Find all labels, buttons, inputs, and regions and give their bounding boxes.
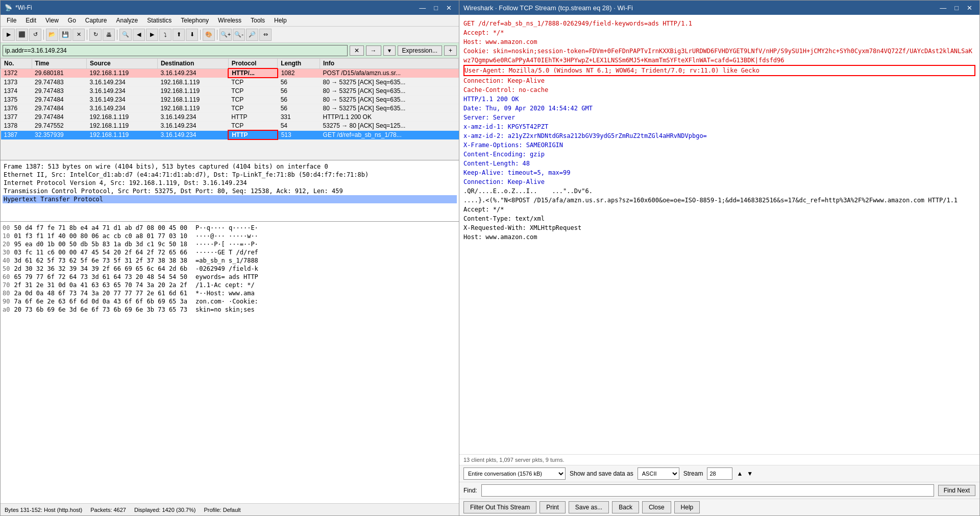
stream-maximize-button[interactable]: □ [951,3,962,13]
hex-offset: 00 [3,224,10,232]
conversation-select[interactable]: Entire conversation (1576 kB)Client to s… [463,467,566,480]
zoom-out-button[interactable]: 🔍- [233,29,245,41]
status-bar: Bytes 131-152: Host (http.host) Packets:… [1,503,459,515]
detail-line[interactable]: Internet Protocol Version 4, Src: 192.16… [3,179,457,187]
stop-capture-button[interactable]: ⬛ [16,29,28,41]
table-row[interactable]: 138732.357939192.168.1.1193.16.149.234HT… [1,130,459,139]
help-button[interactable]: Help [674,501,700,513]
go-forward-button[interactable]: ▶ [146,29,158,41]
detail-line[interactable]: Frame 1387: 513 bytes on wire (4104 bits… [3,162,457,171]
detail-line[interactable]: Transmission Control Protocol, Src Port:… [3,187,457,195]
hex-ascii: =ab_sb_n s_1/7888 [195,256,258,265]
menu-telephony[interactable]: Telephony [177,16,213,25]
filter-apply-button[interactable]: → [366,45,381,56]
menu-tools[interactable]: Tools [247,16,269,25]
menu-analyze[interactable]: Analyze [112,16,142,25]
col-info[interactable]: Info [320,59,459,69]
find-input[interactable] [481,484,934,497]
find-button[interactable]: 🔍 [119,29,132,41]
filter-add-button[interactable]: + [444,45,457,56]
stream-number-input[interactable] [707,467,732,480]
go-back-button[interactable]: ◀ [133,29,145,41]
menu-go[interactable]: Go [64,16,80,25]
restart-capture-button[interactable]: ↺ [29,29,41,41]
close-stream-button[interactable]: Close [642,501,671,513]
open-button[interactable]: 📂 [46,29,58,41]
print-button[interactable]: Print [540,501,566,513]
menu-capture[interactable]: Capture [81,16,111,25]
hex-bytes: 20 73 6b 69 6e 3d 6e 6f 73 6b 69 6e 3b 7… [14,306,187,314]
go-first-button[interactable]: ⬆ [173,29,185,41]
maximize-button[interactable]: □ [431,3,441,13]
hex-offset: 80 [3,289,10,297]
menu-wireless[interactable]: Wireless [214,16,246,25]
zoom-reset-button[interactable]: 🔎 [246,29,258,41]
status-profile: Profile: Default [204,507,240,513]
status-packets: Packets: 4627 [90,507,126,513]
resize-columns-button[interactable]: ⇔ [259,29,272,41]
filter-input[interactable]: ip.addr==3.16.149.234 [3,45,348,56]
find-next-button[interactable]: Find Next [938,485,975,496]
zoom-in-button[interactable]: 🔍+ [219,29,232,41]
filter-dropdown-button[interactable]: ▾ [383,45,396,56]
hex-bytes: 3d 61 62 5f 73 62 5f 6e 73 5f 31 2f 37 3… [14,256,187,265]
menu-help[interactable]: Help [270,16,291,25]
stream-line: Content-Encoding: gzip [463,150,975,159]
go-last-button[interactable]: ⬇ [186,29,198,41]
detail-line[interactable]: Hypertext Transfer Protocol [3,195,457,203]
col-time[interactable]: Time [32,59,87,69]
hex-offset: 30 [3,248,10,256]
hex-ascii: ······GE T /d/ref [195,248,258,256]
col-protocol[interactable]: Protocol [228,59,277,69]
table-row[interactable]: 137529.7474843.16.149.234192.168.1.119TC… [1,96,459,104]
hex-offset: 50 [3,265,10,273]
detail-line[interactable]: Ethernet II, Src: IntelCor_d1:ab:d7 (e4:… [3,171,457,179]
save-as-button[interactable]: Save as... [569,501,609,513]
table-row[interactable]: 137429.7474833.16.149.234192.168.1.119TC… [1,87,459,96]
menu-view[interactable]: View [41,16,63,25]
packet-list[interactable]: No. Time Source Destination Protocol Len… [1,58,459,160]
hex-row: 2095 ea d0 1b 00 50 db 5b 83 1a db 3d c1… [3,240,457,248]
go-to-button[interactable]: ⤵ [159,29,172,41]
menu-statistics[interactable]: Statistics [143,16,176,25]
menu-edit[interactable]: Edit [21,16,40,25]
hex-ascii: zon.com· ·Cookie: [195,297,258,306]
stream-line: X-Frame-Options: SAMEORIGIN [463,140,975,150]
hex-bytes: 50 d4 f7 fe 71 8b e4 a4 71 d1 ab d7 08 0… [14,224,187,232]
col-no[interactable]: No. [1,59,32,69]
reload-button[interactable]: ↻ [89,29,102,41]
toolbar-separator-4 [200,30,201,40]
stream-line: Connection: Keep-Alive [463,76,975,85]
stream-close-button[interactable]: ✕ [964,3,975,13]
colorize-button[interactable]: 🎨 [203,29,215,41]
table-row[interactable]: 137729.747484192.168.1.1193.16.149.234HT… [1,113,459,122]
stream-line: Cache-Control: no-cache [463,85,975,95]
hex-bytes: 95 ea d0 1b 00 50 db 5b 83 1a db 3d c1 9… [14,240,187,248]
table-row[interactable]: 137329.7474833.16.149.234192.168.1.119TC… [1,78,459,87]
close-button[interactable]: ✕ [443,3,455,13]
save-button[interactable]: 💾 [59,29,71,41]
col-source[interactable]: Source [87,59,158,69]
main-window-title: *Wi-Fi [15,4,32,11]
start-capture-button[interactable]: ▶ [3,29,15,41]
table-row[interactable]: 137629.7474843.16.149.234192.168.1.119TC… [1,104,459,113]
col-length[interactable]: Length [278,59,320,69]
filter-clear-button[interactable]: ✕ [350,45,364,56]
close-file-button[interactable]: ✕ [72,29,85,41]
data-format-select[interactable]: ASCIIHex DumpC ArraysRawYAML [638,467,679,480]
minimize-button[interactable]: — [416,3,429,13]
packet-detail-panel: Frame 1387: 513 bytes on wire (4104 bits… [1,160,459,222]
back-button[interactable]: Back [612,501,639,513]
stream-minimize-button[interactable]: — [937,3,949,13]
table-row[interactable]: 137829.747552192.168.1.1193.16.149.234TC… [1,122,459,131]
toolbar-separator-1 [43,30,44,40]
stream-spinner-down[interactable]: ▼ [747,470,753,477]
menu-file[interactable]: File [3,16,20,25]
expression-button[interactable]: Expression... [398,45,442,56]
col-destination[interactable]: Destination [157,59,228,69]
stream-spinner-up[interactable]: ▲ [737,470,743,477]
table-row[interactable]: 137229.680181192.168.1.1193.16.149.234HT… [1,68,459,78]
hex-bytes: 7a 6f 6e 2e 63 6f 6d 0d 0a 43 6f 6f 6b 6… [14,297,187,306]
filter-out-stream-button[interactable]: Filter Out This Stream [463,501,536,513]
print-button[interactable]: 🖶 [103,29,115,41]
